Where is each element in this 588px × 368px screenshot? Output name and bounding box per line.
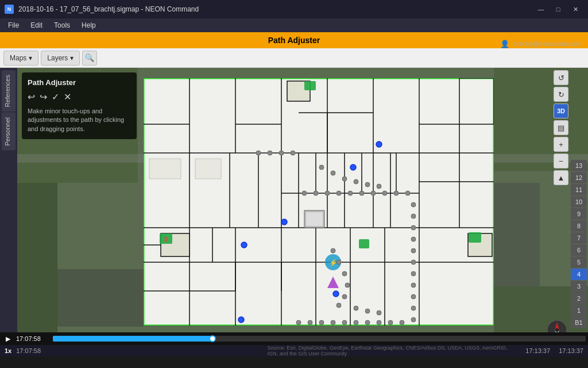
menu-file[interactable]: File	[2, 20, 25, 30]
layers-button[interactable]: Layers ▾	[41, 51, 80, 66]
svg-point-79	[411, 260, 416, 264]
svg-text:🚪: 🚪	[163, 236, 169, 242]
status-bar: 1x 17:07:58 Source: Esri, DigitalGlobe, …	[0, 345, 588, 356]
svg-point-116	[377, 184, 381, 189]
timeline[interactable]	[53, 336, 586, 342]
svg-point-111	[319, 165, 324, 170]
cancel-icon[interactable]: ✕	[64, 91, 71, 102]
floor-buttons: 13121110987654321B1	[571, 160, 588, 329]
svg-point-64	[302, 191, 307, 195]
minimize-button[interactable]: —	[533, 3, 549, 16]
title-bar: N 2018-10-16 - 17_07_56_brachtj.sigmap -…	[0, 0, 588, 18]
svg-point-68	[348, 191, 353, 195]
floor-button-2[interactable]: 2	[571, 293, 587, 304]
svg-point-81	[411, 283, 416, 288]
svg-point-117	[354, 306, 358, 310]
time-stamps: 17:13:37 17:13:37	[519, 347, 583, 354]
path-panel-description: Make minor touch-ups and adjustments to …	[28, 107, 131, 133]
svg-point-87	[377, 320, 381, 325]
svg-rect-54	[149, 159, 181, 179]
menu-edit[interactable]: Edit	[25, 20, 48, 30]
rotate-cw-button[interactable]: ↻	[554, 87, 568, 102]
svg-rect-58	[469, 232, 481, 243]
svg-point-98	[345, 283, 350, 288]
svg-rect-52	[304, 210, 324, 228]
svg-point-95	[331, 248, 335, 253]
floor-button-1[interactable]: 1	[571, 305, 587, 316]
svg-point-84	[411, 317, 416, 322]
zoom-out-button[interactable]: −	[554, 154, 568, 168]
svg-point-100	[336, 303, 341, 308]
menu-bar: File Edit Tools Help	[0, 18, 588, 32]
svg-point-80	[411, 271, 416, 276]
svg-point-86	[388, 320, 393, 325]
pan-up-button[interactable]: ▲	[554, 170, 568, 185]
rotate-ccw-button[interactable]: ↺	[554, 70, 568, 85]
close-button[interactable]: ✕	[567, 3, 583, 16]
sidebar-tab-personnel[interactable]: Personnel	[2, 113, 16, 151]
svg-point-114	[354, 179, 358, 184]
redo-icon[interactable]: ↪	[40, 91, 47, 102]
floor-button-8[interactable]: 8	[571, 220, 587, 232]
svg-rect-8	[144, 78, 494, 325]
floor-button-7[interactable]: 7	[571, 232, 587, 244]
svg-point-112	[331, 171, 335, 175]
svg-point-89	[354, 320, 358, 325]
main-map-area[interactable]: 🚪 ⚡	[0, 68, 588, 356]
layers-dropdown-icon: ▾	[70, 54, 74, 62]
toolbar: Maps ▾ Layers ▾ 🔍	[0, 48, 588, 68]
svg-point-106	[333, 291, 339, 297]
user-bar: 👤 brachtj@trxsystems.com	[494, 37, 588, 51]
search-button[interactable]: 🔍	[82, 51, 97, 66]
floor-button-11[interactable]: 11	[571, 184, 587, 195]
floor-button-9[interactable]: 9	[571, 208, 587, 220]
menu-help[interactable]: Help	[76, 20, 102, 30]
zoom-level: 1x	[5, 347, 11, 354]
floor-button-13[interactable]: 13	[571, 160, 587, 171]
floor-button-4[interactable]: 4	[571, 269, 587, 280]
sidebar-tab-references[interactable]: References	[2, 70, 16, 112]
floor-button-B1[interactable]: B1	[571, 317, 587, 328]
3d-button[interactable]: 3D	[554, 103, 568, 118]
playback-time: 17:07:58	[16, 347, 263, 354]
svg-point-88	[365, 320, 370, 325]
timeline-thumb[interactable]	[209, 335, 216, 342]
floor-button-6[interactable]: 6	[571, 244, 587, 256]
svg-point-67	[336, 191, 341, 195]
user-icon: 👤	[500, 40, 509, 48]
svg-rect-60	[304, 81, 316, 90]
user-email: brachtj@trxsystems.com	[513, 40, 582, 47]
svg-point-78	[411, 248, 416, 253]
right-controls: ↺ ↻ 3D ▤ + − ▲	[552, 68, 570, 185]
floor-button-12[interactable]: 12	[571, 172, 587, 183]
svg-point-99	[342, 294, 347, 299]
floorplan-container[interactable]: 🚪 ⚡	[144, 78, 494, 325]
menu-tools[interactable]: Tools	[48, 20, 76, 30]
floor-button-10[interactable]: 10	[571, 196, 587, 208]
floor-button-3[interactable]: 3	[571, 281, 587, 292]
floor-button-5[interactable]: 5	[571, 256, 587, 268]
svg-point-69	[359, 191, 364, 195]
undo-icon[interactable]: ↩	[28, 91, 35, 102]
svg-point-77	[411, 237, 416, 241]
svg-point-75	[411, 214, 416, 218]
svg-point-109	[279, 151, 284, 155]
svg-point-115	[365, 182, 370, 187]
layers-control-button[interactable]: ▤	[554, 120, 568, 135]
svg-point-85	[400, 320, 404, 325]
svg-rect-59	[359, 239, 369, 248]
maps-button[interactable]: Maps ▾	[3, 51, 38, 66]
svg-point-73	[405, 191, 410, 195]
zoom-in-button[interactable]: +	[554, 137, 568, 152]
svg-point-104	[350, 164, 356, 170]
maximize-button[interactable]: □	[550, 3, 566, 16]
search-icon: 🔍	[85, 53, 94, 62]
map-source-text: Source: Esri, DigitalGlobe, GeoEye, Eart…	[268, 345, 514, 356]
playback-bar[interactable]: ▶ 17:07:58	[0, 332, 588, 345]
svg-point-71	[382, 191, 387, 195]
play-button[interactable]: ▶	[2, 335, 14, 343]
app-icon: N	[5, 5, 14, 14]
window-title: 2018-10-16 - 17_07_56_brachtj.sigmap - N…	[18, 5, 199, 13]
confirm-icon[interactable]: ✓	[52, 91, 59, 102]
svg-point-108	[268, 151, 272, 155]
